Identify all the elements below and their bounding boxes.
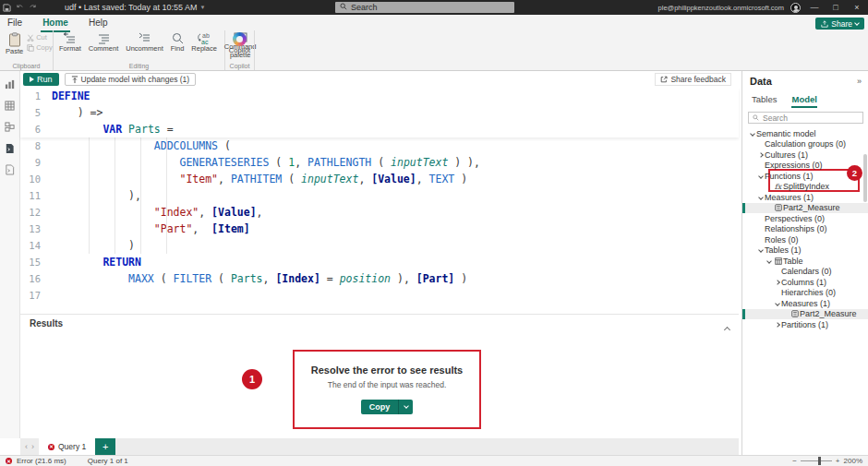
copilot-button[interactable]: Copilot (225, 30, 254, 55)
line-number: 8 (20, 137, 52, 154)
zoom-in-button[interactable]: + (836, 457, 840, 465)
panel-search-input[interactable]: Search (748, 112, 863, 124)
model-view-icon[interactable] (4, 121, 16, 133)
tree-item-part2-measure[interactable]: Part2_Measure (742, 203, 868, 214)
avatar[interactable] (790, 3, 801, 13)
code-line[interactable]: 8 ADDCOLUMNS ( (20, 137, 739, 154)
collapse-panel-icon[interactable]: » (857, 77, 862, 86)
measure-icon (790, 310, 800, 317)
add-query-button[interactable]: + (95, 438, 115, 455)
copy-button[interactable]: Copy (361, 400, 400, 414)
chevron-down-icon[interactable] (756, 174, 765, 178)
table-view-icon[interactable] (4, 100, 16, 112)
tree-item-calculation-groups-0-[interactable]: Calculation groups (0) (742, 139, 868, 150)
code-area[interactable]: 1DEFINE5 ) =>6 VAR Parts = 8 ADDCOLUMNS … (20, 88, 739, 304)
chevron-down-icon[interactable] (773, 302, 781, 305)
code-line[interactable]: 13 "Part", [Item] (20, 221, 739, 237)
tab-tables[interactable]: Tables (752, 94, 777, 108)
status-error-icon: ✕ (6, 458, 12, 464)
zoom-slider-handle[interactable] (818, 457, 821, 465)
report-view-icon[interactable] (4, 78, 16, 90)
tree-item-measures-1-[interactable]: Measures (1) (742, 298, 868, 309)
tree-item-tables-1-[interactable]: Tables (1) (742, 245, 868, 257)
tree-item-splitbyindex[interactable]: fxSplitByIndex (742, 182, 868, 193)
undo-icon[interactable] (13, 2, 26, 13)
tree-item-perspectives-0-[interactable]: Perspectives (0) (742, 213, 868, 224)
statusbar: ✕ Error (21.6 ms) Query 1 of 1 − + 200% (0, 455, 868, 466)
account-email[interactable]: ple@philippkenzoutlook.onmicrosoft.com (658, 4, 784, 12)
code-line[interactable]: 14 ) (20, 237, 739, 254)
tree-item-partitions-1-[interactable]: Partitions (1) (742, 319, 868, 330)
tree-item-functions-1-[interactable]: Functions (1) (742, 171, 868, 182)
line-number: 5 (20, 104, 52, 121)
chevron-down-icon[interactable] (748, 132, 756, 136)
code-line[interactable]: 1DEFINE (20, 88, 739, 104)
save-icon[interactable] (0, 2, 13, 13)
copy-button[interactable]: Copy (27, 43, 53, 52)
find-button[interactable]: Find (167, 30, 188, 54)
code-line[interactable]: 17 (20, 287, 739, 304)
code-line[interactable]: 5 ) => (20, 104, 739, 121)
error-annotation-box: Resolve the error to see results The end… (293, 350, 481, 429)
panel-scrollbar[interactable] (863, 154, 867, 202)
tree-item-label: Table (783, 257, 803, 266)
close-button[interactable]: × (850, 3, 864, 12)
code-line[interactable]: 10 "Item", PATHITEM ( inputText, [Value]… (20, 171, 739, 187)
tree-item-semantic-model[interactable]: Semantic model (742, 128, 868, 139)
tree-item-label: Relationships (0) (765, 224, 827, 233)
share-button[interactable]: Share (815, 18, 864, 30)
zoom-out-button[interactable]: − (792, 457, 797, 465)
tree-item-roles-0-[interactable]: Roles (0) (742, 234, 868, 245)
update-model-button[interactable]: Update model with changes (1) (65, 73, 197, 86)
tree-item-expressions-0-[interactable]: Expressions (0) (742, 161, 868, 172)
redo-icon[interactable] (26, 2, 39, 13)
tree-item-part2-measure[interactable]: Part2_Measure (742, 309, 868, 320)
tree-item-measures-1-[interactable]: Measures (1) (742, 192, 868, 203)
search-input[interactable]: Search (335, 2, 514, 13)
tree-item-calendars-0-[interactable]: Calendars (0) (742, 267, 868, 278)
tmdl-view-icon[interactable] (4, 163, 16, 175)
chevron-down-icon[interactable] (756, 196, 765, 199)
tree-item-label: Calendars (0) (781, 267, 832, 276)
zoom-slider[interactable] (801, 460, 832, 461)
replace-button[interactable]: abac Replace (187, 30, 221, 54)
paste-button[interactable]: Paste (2, 30, 27, 56)
comment-icon (97, 32, 111, 44)
tree-item-table[interactable]: Table (742, 256, 868, 267)
tab-scroll-right-icon[interactable]: › (31, 442, 34, 451)
uncomment-button[interactable]: Uncomment (122, 30, 166, 54)
tree-item-columns-1-[interactable]: Columns (1) (742, 277, 868, 288)
chevron-right-icon[interactable] (773, 323, 781, 327)
title-dropdown-icon[interactable]: ▼ (200, 5, 206, 10)
chevron-right-icon[interactable] (773, 281, 781, 284)
line-number: 12 (20, 204, 52, 221)
tree-item-cultures-1-[interactable]: Cultures (1) (742, 149, 868, 161)
code-line[interactable]: 6 VAR Parts = (20, 121, 739, 137)
chevron-down-icon[interactable] (756, 248, 765, 252)
comment-button[interactable]: Comment (85, 30, 123, 54)
tree-item-hierarchies-0-[interactable]: Hierarchies (0) (742, 288, 868, 299)
tab-scroll-left-icon[interactable]: ‹ (25, 442, 28, 451)
code-line[interactable]: 9 GENERATESERIES ( 1, PATHLENGTH ( input… (20, 154, 739, 171)
chevron-down-icon[interactable] (765, 259, 773, 263)
copy-dropdown-button[interactable] (399, 400, 413, 414)
cut-button[interactable]: Cut (27, 33, 53, 42)
format-button[interactable]: Format (55, 30, 85, 54)
chevron-right-icon[interactable] (756, 153, 765, 157)
tree-item-relationships-0-[interactable]: Relationships (0) (742, 224, 868, 235)
dax-query-view-icon[interactable] (4, 142, 16, 154)
tab-model[interactable]: Model (791, 94, 816, 108)
minimize-button[interactable]: — (807, 3, 822, 12)
run-button[interactable]: Run (23, 73, 59, 86)
share-feedback-button[interactable]: Share feedback (655, 73, 731, 86)
code-line[interactable]: 15 RETURN (20, 254, 739, 270)
code-line[interactable]: 11 ), (20, 187, 739, 204)
document-title[interactable]: udf • Last saved: Today at 10:55 AM (65, 3, 198, 12)
line-number: 17 (20, 287, 52, 304)
collapse-results-icon[interactable] (725, 319, 729, 336)
code-line[interactable]: 16 MAXX ( FILTER ( Parts, [Index] = posi… (20, 270, 739, 287)
query-tab[interactable]: ✕ Query 1 (39, 438, 95, 455)
find-icon (172, 32, 184, 44)
code-line[interactable]: 12 "Index", [Value], (20, 204, 739, 221)
maximize-button[interactable]: □ (828, 3, 843, 12)
